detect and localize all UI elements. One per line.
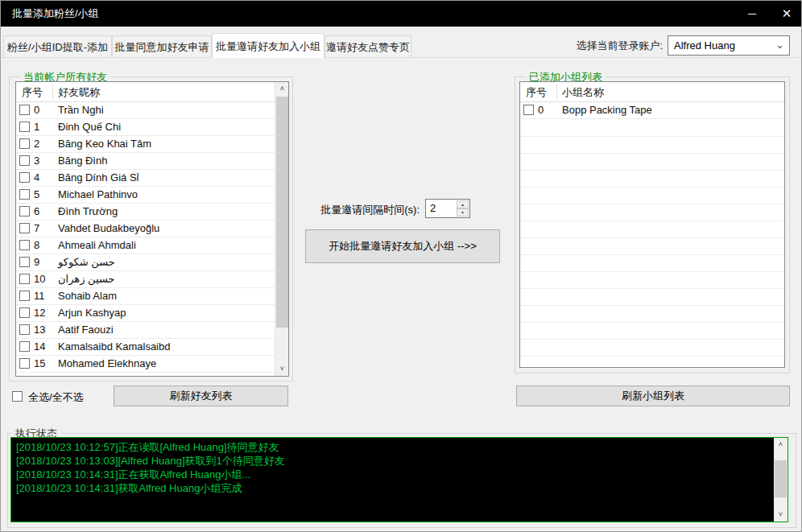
- row-checkbox[interactable]: [19, 138, 30, 149]
- friend-row[interactable]: 10حسين زهران: [16, 271, 275, 288]
- spinner-up-icon[interactable]: ▲: [457, 200, 469, 208]
- console-scrollbar[interactable]: ˄ ˅: [774, 438, 788, 522]
- friends-list-header: 序号 好友昵称: [16, 82, 288, 102]
- account-dropdown[interactable]: Alfred Huang ⌄: [668, 35, 790, 56]
- tab-batch-invite-to-group[interactable]: 批量邀请好友加入小组: [212, 33, 325, 58]
- row-index: 6: [34, 205, 39, 217]
- friend-row[interactable]: 12Arjun Kashyap: [16, 305, 275, 322]
- friend-row[interactable]: 8Ahmeali Ahmdali: [16, 237, 275, 254]
- scroll-down-icon[interactable]: ˅: [275, 362, 289, 376]
- close-button[interactable]: ✕: [771, 1, 802, 27]
- groups-col-name: 小组名称: [562, 85, 604, 100]
- friend-name: Sohaib Alam: [58, 290, 117, 302]
- friend-row[interactable]: 6Đình Trường: [16, 204, 275, 221]
- refresh-friends-button[interactable]: 刷新好友列表: [114, 386, 288, 406]
- row-checkbox[interactable]: [19, 324, 30, 335]
- friend-row[interactable]: 13Aatif Faouzi: [16, 322, 275, 339]
- row-checkbox[interactable]: [19, 105, 30, 115]
- refresh-groups-button[interactable]: 刷新小组列表: [516, 386, 790, 406]
- row-index: 3: [34, 155, 39, 167]
- row-checkbox[interactable]: [19, 291, 30, 301]
- scroll-up-icon[interactable]: ˄: [774, 438, 788, 452]
- status-console[interactable]: [2018/10/23 10:12:57]正在读取[Alfred Huang]待…: [10, 437, 788, 522]
- friend-row[interactable]: 9حسن شكوكو: [16, 254, 275, 271]
- group-row[interactable]: 0 Bopp Packing Tape: [520, 102, 784, 119]
- groups-list-header: 序号 小组名称: [520, 82, 784, 102]
- account-select-label: 选择当前登录账户:: [569, 39, 663, 53]
- friend-row[interactable]: 5Michael Pathinvo: [16, 187, 275, 204]
- friend-name: Băng Keo Khai Tâm: [58, 138, 151, 150]
- interval-value[interactable]: 2: [430, 202, 436, 214]
- select-all-checkbox[interactable]: [12, 391, 23, 402]
- row-checkbox[interactable]: [19, 240, 30, 250]
- row-checkbox[interactable]: [19, 257, 30, 267]
- row-checkbox[interactable]: [19, 307, 30, 318]
- minimize-button[interactable]: ─: [734, 1, 771, 27]
- groups-listview[interactable]: 序号 小组名称 0 Bopp Packing Tape: [519, 81, 785, 368]
- friend-row[interactable]: 0Trần Nghi: [16, 102, 275, 119]
- row-index: 15: [34, 357, 45, 369]
- friend-row[interactable]: 2Băng Keo Khai Tâm: [16, 136, 275, 153]
- friend-name: Michael Pathinvo: [58, 188, 138, 200]
- friends-rows: 0Trần Nghi 1Đinh Quế Chi 2Băng Keo Khai …: [16, 102, 275, 376]
- row-index: 0: [538, 104, 544, 116]
- friend-row[interactable]: 3Băng Đình: [16, 153, 275, 170]
- friend-name: Băng Đình: [58, 155, 107, 167]
- friends-col-name: 好友昵称: [58, 85, 100, 100]
- interval-spinner[interactable]: 2 ▲ ▼: [425, 199, 470, 218]
- row-checkbox[interactable]: [523, 105, 534, 115]
- row-index: 9: [34, 256, 39, 268]
- log-line: [2018/10/23 10:14:31]正在获取Alfred Huang小组.…: [16, 468, 770, 481]
- scroll-up-icon[interactable]: ˄: [275, 82, 289, 96]
- scrollbar-thumb[interactable]: [276, 97, 288, 328]
- column-separator: [556, 85, 557, 100]
- row-checkbox[interactable]: [19, 223, 30, 233]
- friend-name: حسين زهران: [58, 273, 115, 285]
- tab-page-divider: [2, 57, 801, 58]
- row-checkbox[interactable]: [19, 155, 30, 166]
- friend-row[interactable]: 1Đinh Quế Chi: [16, 119, 275, 136]
- row-checkbox[interactable]: [19, 172, 30, 183]
- log-line: [2018/10/23 10:13:03][Alfred Huang]获取到1个…: [16, 454, 770, 468]
- row-checkbox[interactable]: [19, 358, 30, 369]
- chevron-down-icon: ⌄: [775, 36, 784, 53]
- start-batch-invite-button[interactable]: 开始批量邀请好友加入小组 -->>: [305, 229, 500, 263]
- friend-row[interactable]: 14Kamalsaibd Kamalsaibd: [16, 339, 275, 356]
- row-index: 1: [34, 121, 39, 133]
- friend-name: Aatif Faouzi: [58, 324, 114, 336]
- friend-name: Mohamed Elekhnaye: [58, 357, 156, 369]
- log-lines: [2018/10/23 10:12:57]正在读取[Alfred Huang]待…: [16, 440, 770, 495]
- friend-name: حسن شكوكو: [58, 256, 115, 268]
- tab-batch-accept-requests[interactable]: 批量同意加好友申请: [112, 35, 212, 58]
- tab-id-extract-add[interactable]: 粉丝/小组ID提取-添加: [3, 35, 112, 58]
- row-checkbox[interactable]: [19, 206, 30, 217]
- friends-list-scrollbar[interactable]: ˄ ˅: [275, 82, 288, 376]
- friend-name: Kamalsaibd Kamalsaibd: [58, 340, 170, 353]
- groups-col-index: 序号: [526, 85, 547, 100]
- row-index: 0: [34, 104, 39, 116]
- row-index: 4: [34, 171, 39, 184]
- row-checkbox[interactable]: [19, 122, 30, 132]
- spinner-down-icon[interactable]: ▼: [457, 208, 469, 217]
- scroll-down-icon[interactable]: ˅: [774, 508, 788, 522]
- friend-row[interactable]: 15Mohamed Elekhnaye: [16, 356, 275, 373]
- friend-row[interactable]: 11Sohaib Alam: [16, 288, 275, 305]
- friend-row[interactable]: 7Vahdet Budakbeyoğlu: [16, 221, 275, 237]
- row-index: 12: [34, 307, 45, 319]
- friend-name: Arjun Kashyap: [58, 307, 126, 319]
- friend-row[interactable]: 4Băng Dính Giá Sỉ: [16, 170, 275, 187]
- friend-name: Trần Nghi: [58, 104, 104, 116]
- app-window: 批量添加粉丝/小组 ─ ✕ 粉丝/小组ID提取-添加 批量同意加好友申请 批量邀…: [0, 0, 802, 532]
- row-checkbox[interactable]: [19, 274, 30, 284]
- row-checkbox[interactable]: [19, 341, 30, 352]
- row-index: 2: [34, 138, 39, 150]
- row-index: 5: [34, 188, 39, 200]
- friend-name: Băng Dính Giá Sỉ: [58, 171, 138, 184]
- friend-name: Ahmeali Ahmdali: [58, 239, 136, 251]
- column-separator: [52, 85, 53, 100]
- tab-invite-like-page[interactable]: 邀请好友点赞专页: [325, 35, 411, 58]
- friends-listview[interactable]: 序号 好友昵称 0Trần Nghi 1Đinh Quế Chi 2Băng K…: [15, 81, 289, 377]
- scrollbar-thumb[interactable]: [775, 460, 787, 497]
- row-checkbox[interactable]: [19, 189, 30, 200]
- row-index: 11: [34, 290, 45, 302]
